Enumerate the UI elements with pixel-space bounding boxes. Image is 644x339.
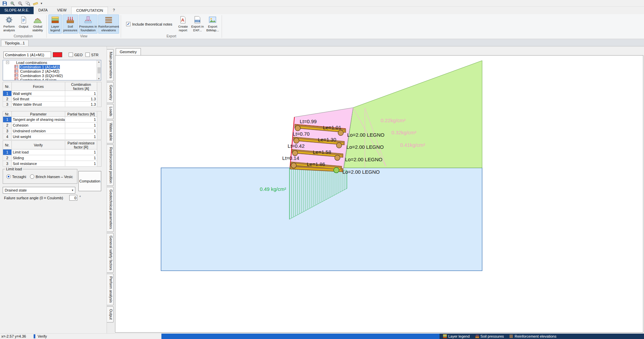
tree-scrollbar[interactable]: ▲▼ xyxy=(97,60,101,80)
scroll-up-icon[interactable]: ▲ xyxy=(98,61,100,63)
geometry-canvas[interactable]: Lt=0.99 Lt=0.70 Lt=0.42 Lt=0.14 Le=1.01 … xyxy=(115,55,643,333)
ribbon: Perform analysis Output Global stability… xyxy=(0,14,644,39)
soil-pressures-button[interactable]: Soil pressures xyxy=(63,14,78,34)
cursor-coordinates: x=-2.57 y=4.36 xyxy=(1,334,34,338)
table-row[interactable]: 3Water table thrust1.3 xyxy=(3,102,102,107)
combination-icon xyxy=(14,65,18,69)
toolbar-options-icon[interactable]: ▾ xyxy=(41,2,42,5)
tree-item[interactable]: Combination 3 (EQU+M2) xyxy=(3,73,101,78)
status-reinforcement-elevations[interactable]: Reinforcement elevations xyxy=(509,334,556,338)
document-icon xyxy=(19,15,28,24)
include-theoretical-notes-checkbox[interactable]: ✓ Include theoretical notes xyxy=(126,22,172,26)
combination-color-swatch[interactable] xyxy=(53,52,62,57)
failure-angle-input[interactable] xyxy=(69,195,77,201)
reinforcement-elevations-button[interactable]: Reinforcement elevations xyxy=(98,14,119,34)
status-bar: x=-2.57 y=4.36 Verify Layer legend Soil … xyxy=(0,333,644,339)
dxf-icon: DXF xyxy=(193,15,202,24)
tab-computation[interactable]: COMPUTATION xyxy=(71,7,108,14)
scroll-down-icon[interactable]: ▼ xyxy=(98,77,100,80)
tab-help[interactable]: ? xyxy=(108,7,119,14)
load-combinations-tree[interactable]: − Load combinations Combination 1 (A1+M1… xyxy=(3,60,101,80)
global-stability-button[interactable]: Global stability xyxy=(31,14,45,34)
status-layer-legend[interactable]: Layer legend xyxy=(443,334,470,338)
nr-header: Nr. xyxy=(3,111,12,117)
table-scroll-gutter[interactable] xyxy=(97,82,102,107)
terzaghi-radio[interactable]: Terzaghi xyxy=(6,174,26,179)
base-pressure-label: 0.49 kg/cm² xyxy=(260,187,286,192)
app-menu-tab[interactable]: SLOPE-M.R.E. xyxy=(0,7,34,14)
tree-item[interactable]: Combination 4 (Seism... xyxy=(3,78,101,80)
lt-label: Lt=0.70 xyxy=(293,131,309,137)
side-tab-general-safety-factors[interactable]: General safety factors xyxy=(107,233,114,273)
tree-item[interactable]: Combination 1 (A1+M1) xyxy=(3,65,101,69)
document-tab-bar: Tipologia...1 xyxy=(0,39,644,46)
str-checkbox[interactable]: STR xyxy=(85,53,99,57)
combination-icon xyxy=(14,74,18,77)
brinch-hansen-radio[interactable]: Brinch Hansen – Vesic xyxy=(30,174,73,179)
geometry-view-tab[interactable]: Geometry xyxy=(116,48,141,55)
tab-view[interactable]: VIEW xyxy=(52,7,71,14)
perform-analysis-button[interactable]: Perform analysis xyxy=(2,14,16,34)
status-soil-pressures[interactable]: Soil pressures xyxy=(475,334,504,338)
computation-button[interactable]: Computation xyxy=(78,171,101,191)
factor-header: Combination factors [A] xyxy=(65,82,97,91)
export-bitmap-button[interactable]: Export BitMap... xyxy=(205,14,220,34)
svg-text:A: A xyxy=(181,18,185,23)
combination-icon xyxy=(14,78,18,80)
side-tab-perform-analysis[interactable]: Perform analysis xyxy=(107,274,114,305)
collapse-icon[interactable]: − xyxy=(6,61,9,64)
side-tab-reinforcement-position[interactable]: Reinforcement position xyxy=(107,144,114,186)
combination-input[interactable] xyxy=(3,52,51,58)
layers-icon xyxy=(51,15,60,24)
tree-item[interactable]: Combination 2 (A2+M2) xyxy=(3,69,101,73)
tree-root-row[interactable]: − Load combinations xyxy=(3,60,101,65)
factor-header: Partial factors [M] xyxy=(65,111,97,117)
document-tab[interactable]: Tipologia...1 xyxy=(1,40,29,46)
selected-strip-anchor[interactable] xyxy=(334,168,339,173)
measure-icon[interactable] xyxy=(33,1,38,6)
output-button[interactable]: Output xyxy=(17,14,30,34)
le-label: Le=1.58 xyxy=(313,149,331,155)
zoom-out-icon[interactable] xyxy=(17,1,23,6)
strip-anchor xyxy=(294,138,299,143)
table-row[interactable]: 2Cohesion1 xyxy=(3,123,102,128)
le-label: Le=1.86 xyxy=(307,161,325,167)
create-report-button[interactable]: A Create report xyxy=(176,14,190,34)
ribbon-group-label: Export xyxy=(123,34,220,38)
table-row[interactable]: 3Soil resistance1 xyxy=(3,161,102,167)
table-row[interactable]: 1Wall weight1 xyxy=(3,91,102,96)
side-tab-output[interactable]: Output xyxy=(107,306,114,323)
table-row[interactable]: 1Tangent angle of shearing resistance1 xyxy=(3,117,102,123)
side-tab-geotechnical-parameters[interactable]: Geotechnical parameters xyxy=(107,187,114,232)
table-row[interactable]: 1Limit load1 xyxy=(3,149,102,155)
strip-anchor xyxy=(291,163,296,168)
pressure-label: 0.22kg/cm² xyxy=(381,117,406,123)
zoom-window-icon[interactable] xyxy=(25,1,30,6)
export-dxf-button[interactable]: DXF Export in DXF... xyxy=(190,14,204,34)
table-row[interactable]: 2Sliding1 xyxy=(3,155,102,161)
table-scroll-gutter[interactable] xyxy=(97,111,102,140)
application-window: ▾ SLOPE-M.R.E. DATA VIEW COMPUTATION ? P… xyxy=(0,0,644,339)
table-scroll-gutter[interactable] xyxy=(97,141,102,167)
side-tab-water-table[interactable]: Water table xyxy=(107,120,114,143)
save-icon[interactable] xyxy=(2,1,7,6)
table-header-row: Nr. Verify Partial resistance factor [R] xyxy=(3,141,102,149)
tab-data[interactable]: DATA xyxy=(34,7,52,14)
side-tab-loads[interactable]: Loads xyxy=(107,104,114,119)
status-left: x=-2.57 y=4.36 Verify xyxy=(0,334,161,339)
side-tab-geometry[interactable]: Geometry xyxy=(107,82,114,103)
pressures-in-foundation-button[interactable]: Pressures in foundation xyxy=(79,14,98,34)
checkbox-checked-icon: ✓ xyxy=(126,22,130,26)
drainage-state-dropdown[interactable]: Drained state ▾ xyxy=(3,187,75,194)
table-header-row: Nr. Parameter Partial factors [M] xyxy=(3,111,102,117)
zoom-in-icon[interactable] xyxy=(10,1,15,6)
geo-checkbox[interactable]: GEO xyxy=(69,53,82,57)
table-row[interactable]: 2Soil thrust1.3 xyxy=(3,96,102,102)
layer-legend-button[interactable]: Layer legend xyxy=(48,14,62,34)
chevron-down-icon: ▾ xyxy=(72,189,73,192)
scrollbar-thumb[interactable] xyxy=(98,67,101,73)
table-row[interactable]: 3Undrained cohesion1 xyxy=(3,128,102,134)
quick-access-toolbar: ▾ xyxy=(0,0,644,7)
table-row[interactable]: 4Unit weight1 xyxy=(3,134,102,140)
side-tab-main-parameters[interactable]: Main parameters xyxy=(107,49,114,81)
